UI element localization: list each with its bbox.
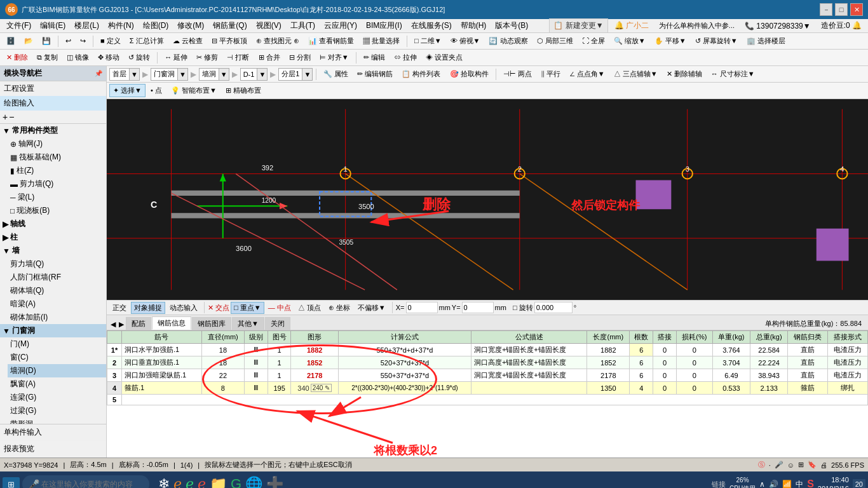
tb-topview[interactable]: 👁 俯视▼ — [447, 34, 484, 48]
taskbar-app-ie2[interactable]: ℯ — [186, 476, 194, 488]
menu-rebar[interactable]: 钢筋量(Q) — [209, 19, 250, 32]
taskbar-app-g2[interactable]: 🌐 — [245, 476, 262, 488]
cell-diam-2[interactable]: 18 — [201, 356, 244, 369]
tree-column-group[interactable]: ▶ 柱 — [0, 231, 106, 244]
menu-view[interactable]: 视图(V) — [252, 19, 285, 32]
tree-hidden-beam[interactable]: 暗梁(A) — [8, 297, 106, 311]
name-arrow[interactable]: ▼ — [257, 69, 267, 80]
menu-modify[interactable]: 修改(M) — [173, 19, 208, 32]
tree-collapse-icon[interactable]: − — [9, 112, 14, 122]
nav-parallel[interactable]: ∥ 平行 — [537, 67, 564, 81]
sidebar-single-input[interactable]: 单构件输入 — [0, 424, 106, 441]
menu-file[interactable]: 文件(F) — [3, 19, 35, 32]
cell-diam-3[interactable]: 22 — [201, 369, 244, 382]
floor-arrow[interactable]: ▼ — [129, 69, 139, 80]
cell-shape-3[interactable]: 2178 — [291, 369, 338, 382]
tb-open[interactable]: 📂 — [20, 35, 37, 47]
start-button[interactable]: ⊞ — [3, 477, 20, 489]
title-controls[interactable]: － □ ✕ — [820, 3, 863, 16]
nav-angle[interactable]: ∠ 点点角▼ — [566, 67, 609, 81]
cell-diam-1[interactable]: 18 — [201, 344, 244, 356]
tb-dynamic[interactable]: 🔄 动态观察 — [485, 34, 531, 48]
tb-2d[interactable]: □ 二维▼ — [410, 34, 445, 48]
cell-type-3[interactable]: 直筋 — [788, 369, 828, 382]
draw-precise[interactable]: ⊞ 精确布置 — [222, 84, 265, 97]
snap-coord[interactable]: ⊕ 坐标 — [325, 302, 353, 314]
cell-bar-id-4[interactable]: 箍筋.1 — [122, 382, 202, 395]
taskbar-app-g[interactable]: G — [231, 476, 241, 488]
layer-arrow[interactable]: ▼ — [302, 69, 312, 80]
name-selector[interactable]: D-1 ▼ — [240, 68, 268, 81]
menu-component[interactable]: 构件(N) — [104, 19, 138, 32]
cell-length-3[interactable]: 2178 — [587, 369, 630, 382]
tb-delete[interactable]: ✕ 删除 — [3, 51, 32, 64]
cell-count-1[interactable]: 6 — [630, 344, 653, 356]
cell-bar-id-1[interactable]: 洞口水平加强筋.1 — [122, 344, 202, 356]
cell-grade-2[interactable]: Ⅲ — [244, 356, 268, 369]
cell-formula-4[interactable]: 2*((300-2*30)+(400-2*30))+2*(11.9*d) — [338, 382, 471, 395]
nav-three-point[interactable]: △ 三点辅轴▼ — [610, 67, 661, 81]
cell-shape-4[interactable]: 340 240 ✎ — [291, 382, 338, 395]
cell-fignum-4[interactable]: 195 — [268, 382, 291, 395]
nav-delete-axis[interactable]: ✕ 删除辅轴 — [663, 67, 706, 81]
snap-intersection[interactable]: ✕ 交点 — [208, 303, 229, 313]
snap-vertex[interactable]: △ 顶点 — [295, 302, 324, 314]
tree-lintel[interactable]: 过梁(G) — [8, 404, 106, 417]
layer-selector[interactable]: 分层1 ▼ — [278, 68, 313, 81]
tree-column[interactable]: ▮ 柱(Z) — [8, 164, 106, 177]
cell-laptype-3[interactable]: 电渣压力 — [828, 369, 868, 382]
snap-dynamic[interactable]: 动态输入 — [166, 302, 201, 314]
tb-view-rebar[interactable]: 📊 查看钢筋量 — [304, 34, 358, 48]
taskbar-app-fan[interactable]: ❄ — [158, 476, 170, 488]
tb-find[interactable]: ⊕ 查找图元 ⊕ — [252, 34, 303, 48]
maximize-btn[interactable]: □ — [835, 3, 848, 16]
menu-cloud[interactable]: 云应用(Y) — [320, 19, 361, 32]
menu-online[interactable]: 在线服务(S) — [407, 19, 456, 32]
tree-bay-window[interactable]: 飘窗(A) — [8, 377, 106, 391]
close-btn[interactable]: ✕ — [850, 3, 863, 16]
tb-local3d[interactable]: ⬡ 局部三维 — [533, 34, 577, 48]
cell-count-4[interactable]: 4 — [630, 382, 653, 395]
nav-component-list[interactable]: 📋 构件列表 — [398, 67, 444, 81]
snap-midpoint[interactable]: □ 重点▼ — [231, 302, 264, 314]
tree-shear-wall[interactable]: ▬ 剪力墙(Q) — [8, 177, 106, 191]
tree-window[interactable]: 窗(C) — [8, 351, 106, 364]
tree-common-types[interactable]: ▼ 常用构件类型 — [0, 124, 106, 137]
cell-count-2[interactable]: 6 — [630, 356, 653, 369]
tree-raft[interactable]: ▦ 筏板基础(M) — [8, 151, 106, 164]
cell-loss-4[interactable]: 0 — [676, 382, 712, 395]
minimize-btn[interactable]: － — [820, 3, 832, 16]
snap-no-offset[interactable]: 不偏移▼ — [355, 302, 389, 314]
nav-properties[interactable]: 🔧 属性 — [320, 67, 352, 81]
tb-cloud-check[interactable]: ☁ 云检查 — [169, 34, 207, 48]
tree-slab[interactable]: □ 现浇板(B) — [8, 204, 106, 217]
cell-desc-3[interactable]: 洞口宽度+锚固长度+锚固长度 — [471, 369, 587, 382]
tab-config[interactable]: 配筋 — [126, 317, 151, 330]
cell-fignum-2[interactable]: 1 — [268, 356, 291, 369]
cell-loss-2[interactable]: 0 — [676, 356, 712, 369]
nav-dimension[interactable]: ↔ 尺寸标注▼ — [707, 67, 759, 81]
tree-coupling-beam[interactable]: 连梁(G) — [8, 391, 106, 404]
tab-nav-left[interactable]: ◀ — [109, 319, 117, 330]
tree-strip-opening[interactable]: 带形洞 — [8, 417, 106, 424]
menu-edit[interactable]: 编辑(E) — [36, 19, 69, 32]
tb-rotate2[interactable]: ↺ 旋转 — [125, 51, 154, 64]
tree-wall-group[interactable]: ▼ 墙 — [0, 244, 106, 257]
cell-desc-2[interactable]: 洞口高度+锚固长度+锚固长度 — [471, 356, 587, 369]
cell-grade-1[interactable]: Ⅲ — [244, 344, 268, 356]
cell-formula-3[interactable]: 550+37*d+37*d — [338, 369, 471, 382]
cell-count-3[interactable]: 6 — [630, 369, 653, 382]
tb-trim[interactable]: ✂ 修剪 — [193, 51, 222, 64]
menu-bim[interactable]: BIM应用(I) — [362, 19, 406, 32]
cell-laptype-1[interactable]: 电渣压力 — [828, 344, 868, 356]
tb-batch-select[interactable]: ▦ 批量选择 — [359, 34, 403, 48]
tb-new[interactable]: 🗄️ — [3, 35, 19, 47]
cell-lap-3[interactable]: 0 — [653, 369, 677, 382]
tb-undo[interactable]: ↩ — [62, 35, 75, 47]
tree-door-window[interactable]: ▼ 门窗洞 — [0, 324, 106, 337]
cell-loss-1[interactable]: 0 — [676, 344, 712, 356]
cell-desc-4[interactable] — [471, 382, 587, 395]
cell-lap-1[interactable]: 0 — [653, 344, 677, 356]
cell-twt-1[interactable]: 22.584 — [750, 344, 788, 356]
tb-split[interactable]: ⊟ 分割 — [285, 51, 315, 64]
